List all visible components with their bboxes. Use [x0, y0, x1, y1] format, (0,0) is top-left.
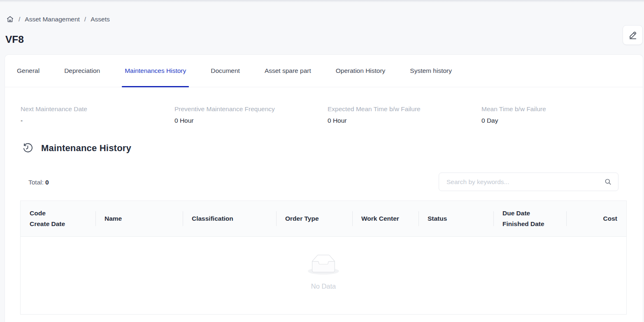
column-header-line: Due Date	[502, 208, 566, 219]
table-body: No Data	[21, 237, 626, 314]
column-header-name: Name	[95, 201, 183, 236]
column-header-status: Status	[418, 201, 493, 236]
field-value: 0 Hour	[328, 117, 421, 124]
empty-state-text: No Data	[308, 282, 339, 290]
column-header-line: Code	[30, 208, 95, 219]
breadcrumb-separator: /	[19, 16, 20, 23]
page-title: VF8	[5, 34, 24, 45]
tab-depreciation[interactable]: Depreciation	[64, 55, 100, 87]
maintenance-history-table: Code Create Date Name Classification Ord…	[20, 201, 627, 315]
column-header-line: Name	[105, 213, 183, 224]
column-header-line: Classification	[192, 213, 276, 224]
column-header-order-type: Order Type	[276, 201, 352, 236]
column-header-line: Finished Date	[502, 219, 566, 229]
field-label: Expected Mean Time b/w Failure	[328, 105, 421, 113]
column-header-line: Status	[428, 213, 493, 224]
history-clock-icon	[22, 142, 33, 154]
tab-maintenances-history[interactable]: Maintenances History	[125, 55, 186, 87]
tab-operation-history[interactable]: Operation History	[336, 55, 386, 87]
field-value: 0 Day	[481, 117, 546, 124]
tab-asset-spare-part[interactable]: Asset spare part	[265, 55, 311, 87]
tab-label: General	[17, 67, 40, 75]
tab-label: Operation History	[336, 67, 386, 75]
section-title: Maintenance History	[41, 143, 131, 154]
field-label: Preventive Maintenance Frequency	[174, 105, 275, 113]
field-label: Mean Time b/w Failure	[481, 105, 546, 113]
field-value: -	[21, 117, 87, 124]
tab-label: Document	[211, 67, 240, 75]
column-header-work-center: Work Center	[352, 201, 418, 236]
tab-label: System history	[410, 67, 452, 75]
tab-general[interactable]: General	[17, 55, 40, 87]
column-header-due-date-finished-date: Due Date Finished Date	[493, 201, 566, 236]
column-header-cost: Cost	[566, 201, 626, 236]
column-header-line: Create Date	[30, 219, 95, 229]
asset-detail-card: General Depreciation Maintenances Histor…	[5, 54, 643, 322]
column-header-code-create-date: Code Create Date	[21, 201, 95, 236]
column-header-line: Work Center	[361, 213, 418, 224]
breadcrumb-item-assets[interactable]: Assets	[91, 16, 110, 23]
tab-label: Maintenances History	[125, 67, 186, 75]
field-label: Next Maintenance Date	[21, 105, 87, 113]
column-header-line: Order Type	[285, 213, 352, 224]
total-value: 0	[45, 179, 49, 186]
tab-label: Asset spare part	[265, 67, 311, 75]
pencil-icon	[628, 30, 637, 40]
search-input[interactable]	[446, 178, 604, 186]
tab-system-history[interactable]: System history	[410, 55, 452, 87]
breadcrumb-item-asset-management[interactable]: Asset Management	[25, 16, 80, 23]
top-edge-shadow	[0, 0, 644, 2]
field-expected-mean-time-bw-failure: Expected Mean Time b/w Failure 0 Hour	[328, 105, 421, 124]
empty-state: No Data	[308, 254, 339, 290]
field-next-maintenance-date: Next Maintenance Date -	[21, 105, 87, 124]
magnifier-icon[interactable]	[604, 178, 612, 186]
field-value: 0 Hour	[174, 117, 275, 124]
tab-label: Depreciation	[64, 67, 100, 75]
tab-document[interactable]: Document	[211, 55, 240, 87]
field-preventive-maintenance-frequency: Preventive Maintenance Frequency 0 Hour	[174, 105, 275, 124]
table-header-row: Code Create Date Name Classification Ord…	[21, 201, 626, 237]
breadcrumb: / Asset Management / Assets	[6, 15, 110, 23]
total-count: Total:0	[28, 179, 49, 186]
home-icon[interactable]	[6, 15, 14, 23]
section-header-maintenance-history: Maintenance History	[22, 142, 131, 154]
column-header-line: Cost	[603, 213, 617, 224]
empty-box-icon	[308, 254, 339, 275]
search-box[interactable]	[439, 173, 618, 191]
tab-bar: General Depreciation Maintenances Histor…	[5, 55, 643, 87]
field-mean-time-bw-failure: Mean Time b/w Failure 0 Day	[481, 105, 546, 124]
column-header-classification: Classification	[183, 201, 276, 236]
breadcrumb-separator: /	[84, 16, 86, 23]
total-label: Total:	[28, 179, 44, 186]
edit-button[interactable]	[623, 25, 643, 45]
